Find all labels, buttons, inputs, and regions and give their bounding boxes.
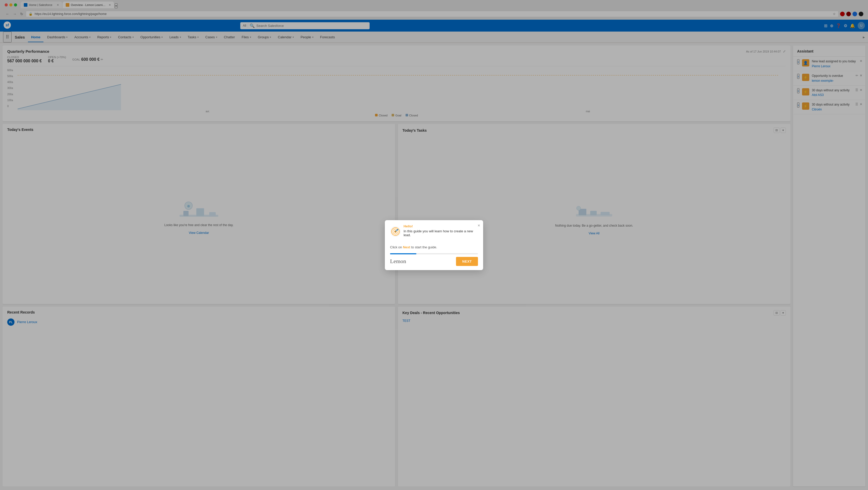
modal-close-button[interactable]: × [478,223,480,228]
modal-hello: Hello! [403,224,478,228]
modal-overlay[interactable]: Hello! In this guide you will learn how … [0,0,868,489]
modal-guide-text: In this guide you will learn how to crea… [403,229,478,237]
next-button[interactable]: NEXT [456,257,478,266]
modal-next-word: Next [403,245,410,249]
lemon-icon [390,226,401,237]
modal-after-next: to start the guide. [411,245,437,249]
lemon-learning-modal: Hello! In this guide you will learn how … [385,220,483,270]
modal-click-text: Click on Next to start the guide. [390,245,478,249]
modal-brand-logo: Lemon [390,258,406,265]
